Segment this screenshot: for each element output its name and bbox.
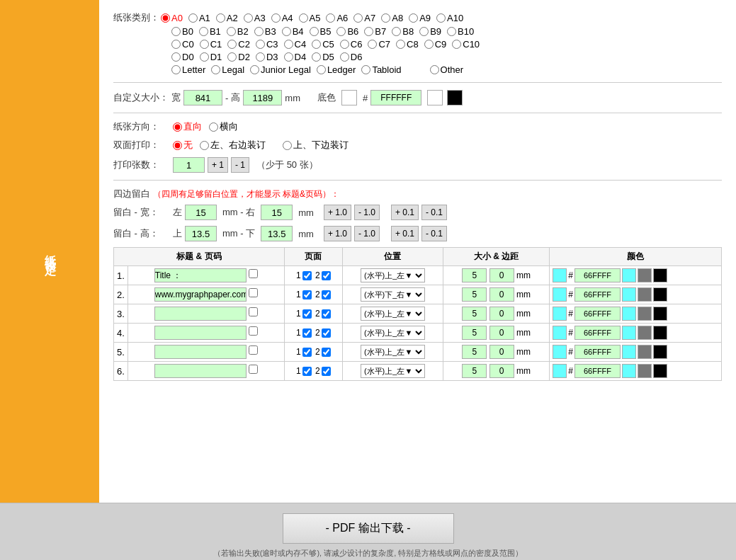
radio-c8[interactable]: C8: [396, 39, 419, 50]
hex-input[interactable]: [370, 90, 421, 105]
color-black-3[interactable]: [653, 326, 667, 340]
radio-a4[interactable]: A4: [271, 13, 293, 23]
radio-d1[interactable]: D1: [200, 52, 222, 62]
color-preview-1[interactable]: [622, 287, 636, 302]
radio-other[interactable]: Other: [430, 64, 464, 75]
color-black-5[interactable]: [653, 364, 667, 378]
color-black-0[interactable]: [653, 268, 667, 282]
page2-check-5[interactable]: [322, 367, 331, 376]
radio-c0[interactable]: C0: [171, 39, 194, 50]
size-input-5[interactable]: [462, 364, 487, 378]
color-swatch-cyan-1[interactable]: [553, 287, 567, 302]
page1-check-5[interactable]: [302, 367, 312, 376]
radio-b1[interactable]: B1: [199, 26, 221, 37]
radio-b4[interactable]: B4: [282, 26, 304, 37]
bg-color-box[interactable]: [341, 90, 357, 105]
pdf-download-btn[interactable]: - PDF 输出下载 -: [283, 513, 454, 544]
color-black-4[interactable]: [653, 345, 667, 359]
row-title-check-1[interactable]: [249, 288, 258, 297]
page2-check-4[interactable]: [322, 348, 331, 357]
radio-c1[interactable]: C1: [200, 39, 222, 50]
radio-a10[interactable]: A10: [436, 13, 463, 23]
radio-d0[interactable]: D0: [171, 52, 194, 62]
radio-tabloid[interactable]: Tabloid: [361, 64, 401, 75]
position-select-2[interactable]: (水平)上_左▼ (水平)上_左 (水平)上_中 (水平)上_右 (水平)下_左…: [361, 307, 425, 321]
color-gray-1[interactable]: [638, 287, 652, 302]
radio-junior-legal[interactable]: Junior Legal: [250, 64, 311, 75]
radio-d6[interactable]: D6: [340, 52, 363, 62]
margin-h-plus10-btn[interactable]: + 1.0: [324, 226, 351, 241]
color-swatch-cyan-0[interactable]: [553, 268, 567, 282]
radio-a8[interactable]: A8: [381, 13, 403, 23]
hex-input-2[interactable]: [574, 307, 621, 321]
radio-a3[interactable]: A3: [244, 13, 266, 23]
duplex-none-radio[interactable]: 无: [173, 139, 193, 152]
radio-c7[interactable]: C7: [368, 39, 390, 50]
position-select-5[interactable]: (水平)上_左▼ (水平)上_左 (水平)上_中 (水平)上_右 (水平)下_左…: [361, 364, 425, 378]
radio-a1[interactable]: A1: [188, 13, 210, 23]
size-input-3[interactable]: [462, 326, 487, 340]
height-input[interactable]: [243, 90, 282, 105]
radio-a7[interactable]: A7: [353, 13, 375, 23]
row-title-input-4[interactable]: [154, 345, 247, 359]
margin-right-input[interactable]: [261, 205, 293, 220]
page2-check-3[interactable]: [322, 328, 331, 338]
radio-c2[interactable]: C2: [227, 39, 250, 50]
portrait-radio[interactable]: 直向: [173, 120, 202, 133]
radio-b3[interactable]: B3: [254, 26, 276, 37]
page2-check-1[interactable]: [322, 290, 331, 299]
size-input-1[interactable]: [462, 287, 487, 302]
radio-a0[interactable]: A0: [161, 13, 183, 23]
width-input[interactable]: [183, 90, 222, 105]
radio-legal[interactable]: Legal: [211, 64, 244, 75]
row-title-check-3[interactable]: [249, 326, 258, 336]
landscape-radio[interactable]: 横向: [209, 120, 238, 133]
print-count-input[interactable]: [173, 157, 205, 173]
radio-c5[interactable]: C5: [312, 39, 334, 50]
radio-b2[interactable]: B2: [227, 26, 249, 37]
position-select-4[interactable]: (水平)上_左▼ (水平)上_左 (水平)上_中 (水平)上_右 (水平)下_左…: [361, 345, 425, 359]
radio-b6[interactable]: B6: [336, 26, 358, 37]
position-select-0[interactable]: (水平)上_左▼ (水平)上_左 (水平)上_中 (水平)上_右 (水平)下_左…: [361, 268, 425, 282]
position-select-3[interactable]: (水平)上_左▼ (水平)上_左 (水平)上_中 (水平)上_右 (水平)下_左…: [361, 326, 425, 340]
radio-c3[interactable]: C3: [256, 39, 278, 50]
color-preview-5[interactable]: [622, 364, 636, 378]
row-title-input-0[interactable]: [154, 268, 247, 282]
color-preview-0[interactable]: [622, 268, 636, 282]
color-gray-0[interactable]: [638, 268, 652, 282]
hex-input-3[interactable]: [574, 326, 621, 340]
page2-check-0[interactable]: [322, 271, 331, 280]
margin-input-5[interactable]: [489, 364, 514, 378]
page2-check-2[interactable]: [322, 309, 331, 319]
position-select-1[interactable]: (水平)下_右▼ (水平)上_左 (水平)上_中 (水平)上_右 (水平)下_左…: [361, 287, 425, 302]
hex-input-4[interactable]: [574, 345, 621, 359]
radio-b9[interactable]: B9: [419, 26, 441, 37]
hex-input-0[interactable]: [574, 268, 621, 282]
color-preview-4[interactable]: [622, 345, 636, 359]
margin-left-input[interactable]: [185, 205, 217, 220]
row-title-check-2[interactable]: [249, 307, 258, 316]
size-input-4[interactable]: [462, 345, 487, 359]
color-swatch-cyan-4[interactable]: [553, 345, 567, 359]
page1-check-3[interactable]: [302, 328, 312, 338]
radio-d2[interactable]: D2: [227, 52, 250, 62]
radio-b0[interactable]: B0: [171, 26, 193, 37]
radio-c6[interactable]: C6: [340, 39, 363, 50]
color-gray-2[interactable]: [638, 307, 652, 321]
hex-input-5[interactable]: [574, 364, 621, 378]
white-swatch[interactable]: [427, 90, 443, 105]
radio-letter[interactable]: Letter: [171, 64, 205, 75]
page1-check-0[interactable]: [302, 271, 312, 280]
radio-b7[interactable]: B7: [364, 26, 386, 37]
margin-h-minus10-btn[interactable]: - 1.0: [354, 226, 380, 241]
radio-b10[interactable]: B10: [447, 26, 474, 37]
color-swatch-cyan-3[interactable]: [553, 326, 567, 340]
size-input-0[interactable]: [462, 268, 487, 282]
color-preview-3[interactable]: [622, 326, 636, 340]
margin-input-0[interactable]: [489, 268, 514, 282]
color-preview-2[interactable]: [622, 307, 636, 321]
print-count-plus-btn[interactable]: + 1: [208, 157, 228, 173]
radio-c4[interactable]: C4: [284, 39, 307, 50]
page1-check-4[interactable]: [302, 348, 312, 357]
color-black-1[interactable]: [653, 287, 667, 302]
